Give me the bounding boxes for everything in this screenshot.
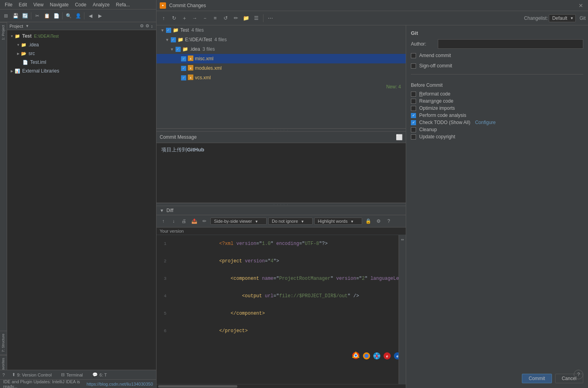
checkbox-modules[interactable]: ✓ [181,66,186,71]
toolbar-find[interactable]: 🔍 [64,11,73,20]
tab-6[interactable]: 💬 6: T [88,371,112,379]
commit-tb-refresh[interactable]: ↻ [169,13,179,23]
reformat-checkbox[interactable] [411,92,416,97]
toolbar-save[interactable]: 💾 [11,11,20,20]
diff-settings-btn[interactable]: ⚙ [374,217,383,226]
tree-item-testiml[interactable]: 📄 Test.iml [0,58,156,67]
toolbar-new[interactable]: ⊞ [2,11,10,20]
status-url[interactable]: https://blog.csdn.net/liu134030350 [86,382,153,386]
tree-item-idea[interactable]: ▼ 📁 .idea [0,40,156,49]
cleanup-checkbox[interactable] [411,127,416,132]
tree-expand-idea[interactable]: ▼ [170,47,174,52]
project-dropdown[interactable]: ▾ [26,23,29,29]
commit-tree-modules[interactable]: ✓ x modules.xml [157,63,406,73]
commit-message-body[interactable]: 项目上传到GitHub [157,143,406,203]
option-todo: ✓ Check TODO (Show All) Configure [411,119,583,126]
diff-scrollbar-thumb[interactable] [158,385,237,388]
diff-ignore-dropdown[interactable]: Do not ignore ▼ [268,218,313,225]
toolbar-user[interactable]: 👤 [74,11,82,20]
commit-tree-path[interactable]: ▼ ✓ 📁 E:\IDEA\Test 4 files [157,35,406,44]
project-settings-icon[interactable]: ⚙ [140,23,144,29]
commit-button[interactable]: Commit [522,374,552,383]
diff-viewer-dropdown[interactable]: Side-by-side viewer ▼ [210,218,267,225]
optimize-checkbox[interactable] [411,106,416,111]
amend-checkbox[interactable] [411,53,416,58]
tree-expand-path[interactable]: ▼ [165,38,169,42]
diff-lock-btn[interactable]: 🔒 [364,217,372,226]
commit-tree-root[interactable]: ▼ ✓ 📁 Test 4 files [157,25,406,35]
commit-tb-pencil[interactable]: ✏ [231,13,241,23]
checkbox-root[interactable]: ✓ [166,28,171,33]
commit-tb-minus[interactable]: － [200,13,210,23]
changelist-dropdown[interactable]: Default ▼ [549,14,576,22]
checkbox-idea[interactable]: ✓ [176,47,181,52]
commit-tb-arrow[interactable]: → [190,13,199,23]
tree-root-test[interactable]: ▼ 📁 Test E:\IDEA\Test [0,32,156,40]
toolbar-paste[interactable]: 📄 [52,11,61,20]
configure-link[interactable]: Configure [475,120,496,125]
project-scroll-icon[interactable]: ↕ [151,24,153,29]
commit-tb-folder[interactable]: 📁 [241,13,251,23]
tab-version-control[interactable]: ⬆ 9: Version Control [7,371,56,379]
resize-handle-1[interactable]: · · · · · [157,128,406,132]
tree-item-src[interactable]: ▶ 📂 src [0,49,156,58]
vtab-structure[interactable]: 7: Structure [0,331,7,355]
menu-refactor[interactable]: Refa... [113,1,133,8]
commit-tb-undo[interactable]: ↺ [221,13,230,23]
commit-tb-add[interactable]: ＋ [179,13,189,23]
checkbox-vcs[interactable]: ✓ [181,75,186,80]
commit-tree-vcs[interactable]: ✓ x vcs.xml [157,73,406,82]
tree-arrow-src[interactable]: ▶ [16,51,21,56]
menu-analyze[interactable]: Analyze [90,1,113,8]
line-content-3: <component name="ProjectRootManager" ver… [170,270,406,287]
checkbox-misc[interactable]: ✓ [181,56,186,61]
menu-file[interactable]: File [2,1,15,8]
commit-tb-list[interactable]: ☰ [252,13,261,23]
vtab-project[interactable]: 1: Project [0,22,7,42]
checkbox-path[interactable]: ✓ [171,37,176,42]
toolbar-copy[interactable]: 📋 [42,11,51,20]
tree-arrow-extlibs[interactable]: ▶ [10,69,14,73]
dialog-close-button[interactable]: ✕ [578,2,583,9]
menu-view[interactable]: View [30,1,47,8]
commit-tb-cols[interactable]: ≡ [210,13,220,23]
menu-edit[interactable]: Edit [15,1,30,8]
commit-tb-dots[interactable]: ⋯ [265,13,275,23]
diff-help-btn[interactable]: ? [384,217,393,226]
diff-print-btn[interactable]: 🖨 [179,217,188,226]
toolbar-back[interactable]: ◀ [86,11,95,20]
toolbar-cut[interactable]: ✂ [33,11,42,20]
commit-tb-up[interactable]: ↑ [159,13,168,23]
tree-arrow-test[interactable]: ▼ [10,34,14,38]
toolbar-sync[interactable]: 🔄 [21,11,29,20]
codeanalysis-checkbox[interactable]: ✓ [411,113,416,118]
diff-next-btn[interactable]: ↓ [169,217,178,226]
commit-tree-idea[interactable]: ▼ ✓ 📁 .idea 3 files [157,44,406,54]
resize-handle-2[interactable]: · · · · · [157,203,406,206]
diff-scrollbar-h[interactable] [157,384,406,388]
diff-prev-btn[interactable]: ↑ [159,217,168,226]
copyright-checkbox[interactable] [411,134,416,140]
tree-expand-root[interactable]: ▼ [160,28,164,32]
diff-toolbar: ↑ ↓ 🖨 📤 ✏ Side-by-side viewer ▼ Do not i… [157,215,406,227]
commit-tree-misc[interactable]: ✓ x misc.xml [157,54,406,63]
diff-open-btn[interactable]: 📤 [190,217,199,226]
menu-code[interactable]: Code [72,1,90,8]
diff-highlight-dropdown[interactable]: Highlight words ▼ [314,218,362,225]
right-help-button[interactable]: ? [574,370,583,379]
toolbar-forward[interactable]: ▶ [95,11,104,20]
todo-checkbox[interactable]: ✓ [411,120,416,125]
diff-edit-btn[interactable]: ✏ [200,217,209,226]
diff-expand-right[interactable]: ⇔ [400,235,405,244]
signoff-checkbox[interactable] [411,63,416,69]
menu-navigate[interactable]: Navigate [47,1,72,8]
project-gear-icon[interactable]: ⚙ [145,23,149,29]
help-button[interactable]: ? [0,370,7,379]
tree-arrow-idea[interactable]: ▼ [16,42,21,47]
tree-item-extlibs[interactable]: ▶ 📊 External Libraries [0,67,156,75]
commit-message-expand-icon[interactable]: ⬜ [396,134,403,140]
tab-terminal[interactable]: ⊟ Terminal [56,371,88,379]
author-input[interactable] [438,39,583,49]
diff-collapse-arrow[interactable]: ▼ [160,208,164,213]
rearrange-checkbox[interactable] [411,99,416,104]
